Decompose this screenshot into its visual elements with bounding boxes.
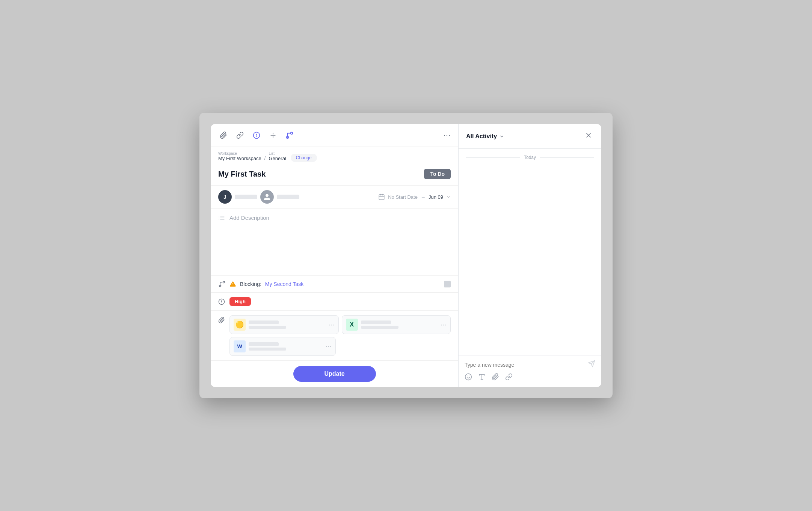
attachment-grid: 🟡 ⋯ X — [229, 315, 451, 356]
attachment-row-2: W ⋯ — [229, 337, 451, 356]
attachment-word-meta-blur — [249, 348, 286, 351]
activity-feed: Today — [459, 149, 601, 355]
strikethrough-icon[interactable] — [268, 130, 278, 141]
alert-circle-icon[interactable] — [251, 130, 262, 141]
attachment-excel-name-blur — [361, 321, 391, 324]
close-button[interactable] — [583, 130, 594, 142]
attachments-paperclip-icon — [218, 317, 225, 324]
today-label: Today — [524, 155, 536, 160]
attachment-excel-more-icon[interactable]: ⋯ — [441, 321, 447, 328]
breadcrumb: Workspace My First Workspace / List Gene… — [211, 147, 458, 164]
blocking-task-link[interactable]: My Second Task — [265, 281, 303, 287]
task-detail-panel: ⋯ Workspace My First Workspace / List Ge… — [211, 124, 459, 387]
assignees-date-row: J No Start Date → Jun 09 — [211, 186, 458, 209]
date-range[interactable]: No Start Date → Jun 09 — [378, 194, 451, 200]
teams-thumb: 🟡 — [234, 319, 246, 331]
no-start-date-label: No Start Date — [388, 194, 418, 200]
attachment-word-name-blur — [249, 342, 279, 346]
blocking-label: Blocking: — [240, 281, 261, 287]
priority-badge[interactable]: High — [229, 297, 251, 306]
activity-selector[interactable]: All Activity — [466, 133, 504, 140]
attachment-name-blur — [249, 321, 279, 324]
attachment-teams-info — [249, 321, 326, 329]
message-input-area — [459, 355, 601, 387]
toolbar: ⋯ — [211, 124, 458, 147]
attachment-more-icon[interactable]: ⋯ — [329, 321, 335, 328]
description-section[interactable]: Add Description — [211, 209, 458, 276]
attachment-excel[interactable]: X ⋯ — [342, 315, 451, 334]
attachment-tool-icon[interactable] — [492, 373, 499, 382]
workspace-label: Workspace — [218, 151, 261, 156]
task-header: My First Task To Do — [211, 164, 458, 186]
emoji-icon[interactable] — [465, 373, 472, 382]
update-button[interactable]: Update — [293, 366, 376, 382]
attachment-row-1: 🟡 ⋯ X — [229, 315, 451, 334]
date-arrow: → — [421, 194, 426, 200]
activity-title: All Activity — [466, 133, 497, 140]
avatar-j[interactable]: J — [218, 190, 232, 204]
message-input-row — [465, 360, 595, 369]
description-icon — [218, 215, 225, 221]
svg-point-26 — [465, 374, 472, 380]
activity-header: All Activity — [459, 124, 601, 149]
breadcrumb-separator: / — [264, 155, 266, 161]
priority-section: High — [211, 293, 458, 311]
end-date-value: Jun 09 — [429, 194, 443, 200]
connections-icon[interactable] — [284, 130, 295, 141]
attachment-word-info — [249, 342, 323, 351]
change-button[interactable]: Change — [291, 154, 317, 162]
attachment-word-more-icon[interactable]: ⋯ — [326, 343, 332, 350]
link-icon[interactable] — [235, 130, 245, 141]
activity-panel: All Activity Today — [459, 124, 601, 387]
link-tool-icon[interactable] — [505, 373, 513, 382]
description-placeholder[interactable]: Add Description — [229, 215, 269, 221]
update-row: Update — [211, 360, 458, 387]
workspace-value[interactable]: My First Workspace — [218, 156, 261, 161]
svg-point-16 — [223, 281, 225, 283]
assignee-name-blur-2 — [277, 195, 299, 199]
attachment-excel-meta-blur — [361, 326, 398, 329]
attachment-excel-info — [361, 321, 438, 329]
warning-icon — [229, 281, 236, 287]
assignee-name-blur-1 — [235, 195, 257, 199]
avatar-photo[interactable] — [260, 190, 274, 204]
close-x-icon — [585, 132, 592, 139]
priority-icon — [218, 298, 225, 305]
word-thumb: W — [234, 340, 246, 352]
chevron-down-icon — [446, 195, 451, 199]
blocking-section: Blocking: My Second Task — [211, 276, 458, 293]
divider-line-left — [466, 157, 520, 158]
text-format-icon[interactable] — [478, 373, 486, 382]
attachment-teams[interactable]: 🟡 ⋯ — [229, 315, 339, 334]
status-badge[interactable]: To Do — [424, 169, 451, 179]
svg-rect-5 — [379, 195, 384, 200]
task-title[interactable]: My First Task — [218, 170, 266, 178]
list-label: List — [269, 151, 286, 156]
today-divider: Today — [466, 155, 594, 160]
message-tools — [465, 373, 595, 382]
excel-thumb: X — [346, 319, 358, 331]
attachment-word[interactable]: W ⋯ — [229, 337, 336, 356]
attachment-meta-blur — [249, 326, 286, 329]
svg-point-4 — [291, 132, 293, 135]
activity-chevron-icon — [499, 134, 504, 139]
assignees-section: J — [218, 190, 299, 204]
send-icon — [588, 360, 595, 367]
attachments-section: 🟡 ⋯ X — [211, 311, 458, 360]
send-button[interactable] — [588, 360, 595, 369]
more-options-icon[interactable]: ⋯ — [443, 131, 451, 140]
blocking-checkbox[interactable] — [444, 281, 451, 287]
message-input[interactable] — [465, 362, 585, 368]
divider-line-right — [540, 157, 594, 158]
blocking-connections-icon — [218, 280, 226, 288]
list-value[interactable]: General — [269, 156, 286, 161]
paperclip-icon[interactable] — [218, 130, 229, 141]
calendar-icon — [378, 194, 385, 200]
